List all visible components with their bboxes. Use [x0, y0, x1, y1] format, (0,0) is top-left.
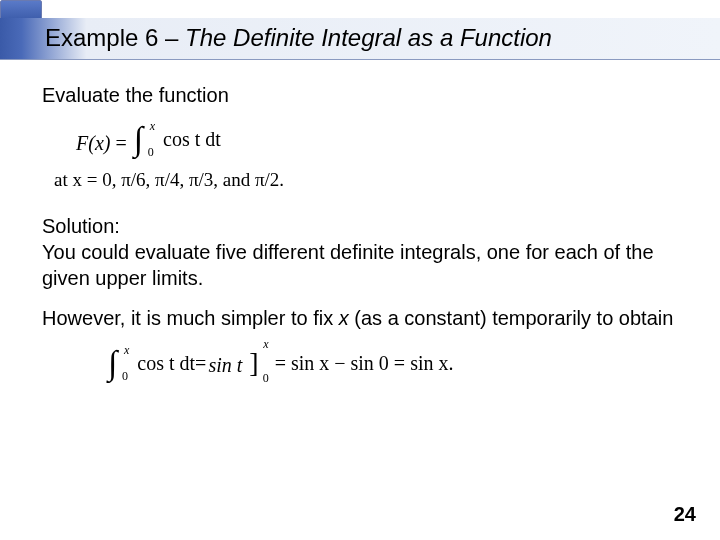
- slide-title: Example 6 – The Definite Integral as a F…: [45, 24, 552, 52]
- eq2: = sin x − sin 0 = sin x.: [275, 350, 454, 376]
- solution-label: Solution:: [42, 213, 682, 239]
- int-upper: x: [150, 120, 155, 132]
- formula-lhs: F(x): [76, 132, 110, 154]
- bracket-eval: sin t ] x 0: [208, 345, 258, 381]
- solution-para1: You could evaluate five different defini…: [42, 239, 682, 291]
- formula-definition: F(x) = ∫x0 cos t dt: [76, 122, 682, 156]
- integral-expr: ∫x0 cos t dt: [132, 122, 221, 156]
- title-dash: –: [158, 24, 185, 51]
- para2-x: x: [339, 307, 349, 329]
- int2-lower: 0: [122, 370, 128, 382]
- content-area: Evaluate the function F(x) = ∫x0 cos t d…: [42, 82, 682, 381]
- title-subject: The Definite Integral as a Function: [185, 24, 552, 51]
- formula-eq: =: [110, 132, 131, 154]
- bracket-upper: x: [263, 337, 268, 353]
- bracket-lower: 0: [263, 371, 269, 387]
- integral-symbol-2: ∫x0: [108, 346, 117, 380]
- page-number: 24: [674, 503, 696, 526]
- evaluation-points: at x = 0, π/6, π/4, π/3, and π/2.: [54, 168, 682, 193]
- bracket-content: sin t: [208, 354, 242, 376]
- integrand-2: cos t dt: [137, 350, 195, 376]
- bracket-icon: ]: [249, 347, 258, 378]
- para2-part-b: (as a constant) temporarily to obtain: [349, 307, 674, 329]
- title-example: Example 6: [45, 24, 158, 51]
- eq1: =: [195, 350, 206, 376]
- int-lower: 0: [148, 146, 154, 158]
- para2-part-a: However, it is much simpler to fix: [42, 307, 339, 329]
- prompt-text: Evaluate the function: [42, 82, 682, 108]
- integrand: cos t dt: [163, 126, 221, 152]
- integral-symbol: ∫x0: [134, 122, 143, 156]
- solution-para2: However, it is much simpler to fix x (as…: [42, 305, 682, 331]
- int2-upper: x: [124, 344, 129, 356]
- formula-solution: ∫x0 cos t dt = sin t ] x 0 = sin x − sin…: [106, 345, 682, 381]
